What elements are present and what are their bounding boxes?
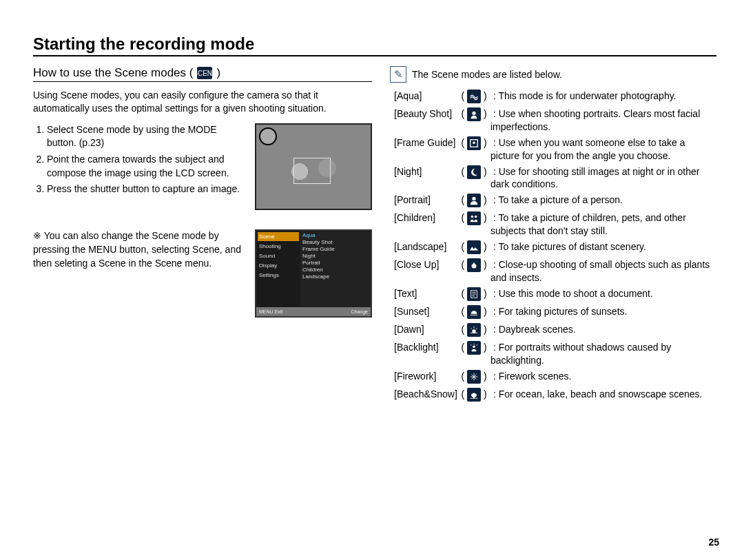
scene-description: : To take a picture of a person.	[489, 194, 716, 207]
note-paragraph: ※ You can also change the Scene mode by …	[33, 229, 248, 318]
menu-left-item: Display	[258, 261, 299, 270]
children-icon	[467, 211, 481, 225]
svg-point-0	[472, 112, 475, 115]
scene-mode-list: [Aqua]( ) : This mode is for underwater …	[390, 90, 716, 402]
svg-point-7	[472, 329, 475, 333]
scene-row: [Beach&Snow]( ) : For ocean, lake, beach…	[390, 388, 716, 402]
menu-left-item: Sound	[258, 251, 299, 260]
scene-icon-cell: ( )	[459, 194, 489, 207]
backlight-icon	[467, 341, 481, 355]
lcd-preview-illustration	[255, 123, 372, 210]
scene-label: [Firework]	[390, 370, 459, 383]
scene-row: [Backlight]( ) : For portraits without s…	[390, 341, 716, 367]
scene-icon-cell: ( )	[459, 211, 489, 225]
menu-right-item: Night	[302, 253, 369, 259]
firework-icon	[467, 370, 481, 384]
scene-description: : Use this mode to shoot a document.	[489, 287, 716, 300]
scene-description: : This mode is for underwater photograph…	[489, 90, 716, 103]
scene-icon-cell: ( )	[459, 388, 489, 402]
scene-icon-cell: ( )	[459, 90, 489, 103]
svg-point-2	[473, 141, 475, 144]
step-item: Point the camera towards the subject and…	[47, 153, 248, 180]
dawn-icon	[467, 323, 481, 337]
scene-label: [Beach&Snow]	[390, 388, 459, 401]
scene-row: [Frame Guide]( ) : Use when you want som…	[390, 136, 716, 163]
focus-rect-icon	[293, 158, 331, 184]
scene-row: [Landscape]( ) : To take pictures of dis…	[390, 240, 716, 254]
menu-screenshot-illustration: Scene Shooting Sound Display Settings Aq…	[255, 229, 372, 318]
scene-icon-cell: ( )	[459, 287, 489, 301]
menu-right-item: Aqua	[302, 232, 369, 238]
right-column: ✎ The Scene modes are listed below. [Aqu…	[390, 66, 716, 404]
scene-description: : Use when shooting portraits. Clears mo…	[489, 107, 716, 134]
scene-icon-cell: ( )	[459, 165, 489, 179]
subtitle-text: How to use the Scene modes (	[33, 66, 193, 80]
note-marker: ※	[33, 230, 41, 241]
svg-point-8	[473, 345, 475, 348]
scene-row: [Close Up]( ) : Close-up shooting of sma…	[390, 258, 716, 284]
scene-label: [Text]	[390, 287, 459, 300]
scene-label: [Landscape]	[390, 240, 459, 253]
scene-label: [Portrait]	[390, 194, 459, 207]
scene-row: [Night]( ) : Use for shooting still imag…	[390, 165, 716, 191]
step-item: Select Scene mode by using the MODE butt…	[47, 123, 248, 150]
scene-row: [Children]( ) : To take a picture of chi…	[390, 211, 716, 238]
scene-label: [Aqua]	[390, 90, 459, 103]
svg-point-4	[471, 216, 474, 218]
intro-paragraph: Using Scene modes, you can easily config…	[33, 89, 372, 115]
scene-label: [Sunset]	[390, 305, 459, 318]
scene-icon-cell: ( )	[459, 258, 489, 272]
scene-icon-cell: ( )	[459, 136, 489, 150]
scene-list-intro: The Scene modes are listed below.	[412, 69, 562, 80]
scene-description: : Use for shooting still images at night…	[489, 165, 716, 191]
night-icon	[467, 165, 481, 179]
section-heading: How to use the Scene modes ( SCENE )	[33, 66, 372, 82]
scene-icon-cell: ( )	[459, 323, 489, 337]
scene-row: [Sunset]( ) : For taking pictures of sun…	[390, 305, 716, 319]
svg-point-5	[475, 216, 477, 218]
scene-description: : Firework scenes.	[489, 370, 716, 383]
scene-label: [Night]	[390, 165, 459, 178]
menu-bar-change: Change	[351, 309, 368, 314]
svg-point-3	[472, 197, 475, 200]
step-item: Press the shutter button to capture an i…	[47, 183, 248, 196]
menu-right-item: Children	[302, 267, 369, 273]
scene-description: : To take pictures of distant scenery.	[489, 240, 716, 253]
scene-row: [Dawn]( ) : Daybreak scenes.	[390, 323, 716, 337]
menu-bar-exit: MENU Exit	[259, 309, 282, 314]
scene-label: [Dawn]	[390, 323, 459, 336]
scene-label: [Beauty Shot]	[390, 107, 459, 121]
scene-icon-cell: ( )	[459, 305, 489, 319]
menu-right-item: Frame Guide	[302, 246, 369, 252]
scene-description: : Use when you want someone else to take…	[489, 136, 716, 163]
steps-list: Select Scene mode by using the MODE butt…	[33, 123, 248, 210]
portrait-icon	[467, 194, 481, 207]
scene-description: : Daybreak scenes.	[489, 323, 716, 336]
menu-left-item: Settings	[258, 271, 299, 280]
landscape-icon	[467, 240, 481, 254]
beach-icon	[467, 388, 481, 402]
scene-icon-cell: ( )	[459, 370, 489, 384]
info-icon: ✎	[390, 66, 406, 83]
frame-icon	[467, 136, 481, 150]
page-number: 25	[708, 537, 719, 548]
closeup-icon	[467, 258, 481, 272]
scene-label: [Frame Guide]	[390, 136, 459, 149]
scene-label: [Children]	[390, 211, 459, 225]
beauty-icon	[467, 107, 481, 121]
scene-icon-cell: ( )	[459, 107, 489, 121]
scene-description: : For portraits without shadows caused b…	[489, 341, 716, 367]
scene-mode-icon: SCENE	[197, 67, 212, 79]
scene-row: [Portrait]( ) : To take a picture of a p…	[390, 194, 716, 207]
scene-icon-cell: ( )	[459, 341, 489, 355]
menu-left-item: Scene	[258, 232, 299, 241]
scene-row: [Beauty Shot]( ) : Use when shooting por…	[390, 107, 716, 134]
sunset-icon	[467, 305, 481, 319]
scene-indicator-icon	[259, 127, 277, 145]
subtitle-close: )	[216, 66, 220, 80]
scene-description: : For ocean, lake, beach and snowscape s…	[489, 388, 716, 401]
menu-right-item: Portrait	[302, 260, 369, 266]
left-column: How to use the Scene modes ( SCENE ) Usi…	[33, 66, 372, 404]
menu-right-item: Beauty Shot	[302, 239, 369, 245]
scene-row: [Firework]( ) : Firework scenes.	[390, 370, 716, 384]
